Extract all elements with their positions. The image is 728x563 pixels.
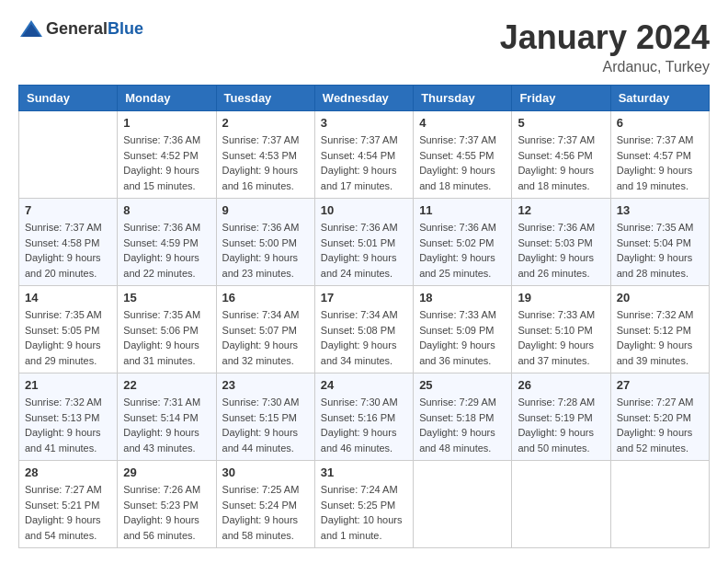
calendar-cell: 26Sunrise: 7:28 AMSunset: 5:19 PMDayligh…: [512, 373, 610, 461]
day-info: Sunrise: 7:30 AMSunset: 5:15 PMDaylight:…: [222, 395, 309, 455]
calendar-week-row: 14Sunrise: 7:35 AMSunset: 5:05 PMDayligh…: [19, 286, 710, 373]
weekday-header-cell: Sunday: [19, 86, 118, 111]
day-info: Sunrise: 7:35 AMSunset: 5:04 PMDaylight:…: [617, 220, 703, 281]
weekday-header-cell: Saturday: [610, 86, 709, 111]
day-info: Sunrise: 7:32 AMSunset: 5:13 PMDaylight:…: [25, 395, 111, 455]
calendar-cell: 1Sunrise: 7:36 AMSunset: 4:52 PMDaylight…: [118, 111, 216, 199]
calendar-cell: 8Sunrise: 7:36 AMSunset: 4:59 PMDaylight…: [118, 199, 216, 286]
day-number: 29: [123, 465, 210, 479]
day-info: Sunrise: 7:37 AMSunset: 4:54 PMDaylight:…: [321, 132, 407, 193]
calendar-cell: 6Sunrise: 7:37 AMSunset: 4:57 PMDaylight…: [610, 111, 709, 199]
day-number: 7: [25, 203, 111, 217]
calendar-cell: [414, 461, 512, 548]
day-info: Sunrise: 7:33 AMSunset: 5:09 PMDaylight:…: [419, 307, 506, 368]
day-info: Sunrise: 7:27 AMSunset: 5:20 PMDaylight:…: [617, 395, 703, 455]
logo-text-blue: Blue: [108, 19, 143, 38]
day-number: 11: [419, 203, 506, 217]
day-number: 26: [518, 378, 604, 392]
calendar-cell: 31Sunrise: 7:24 AMSunset: 5:25 PMDayligh…: [314, 461, 413, 548]
day-number: 31: [321, 465, 407, 479]
calendar-cell: 11Sunrise: 7:36 AMSunset: 5:02 PMDayligh…: [414, 199, 512, 286]
day-info: Sunrise: 7:36 AMSunset: 4:52 PMDaylight:…: [123, 132, 210, 193]
logo: GeneralBlue: [18, 18, 143, 39]
calendar-cell: 24Sunrise: 7:30 AMSunset: 5:16 PMDayligh…: [314, 373, 413, 461]
day-info: Sunrise: 7:28 AMSunset: 5:19 PMDaylight:…: [518, 395, 604, 455]
day-number: 5: [518, 116, 604, 130]
day-number: 21: [25, 378, 111, 392]
day-info: Sunrise: 7:25 AMSunset: 5:24 PMDaylight:…: [222, 482, 309, 543]
day-info: Sunrise: 7:36 AMSunset: 5:02 PMDaylight:…: [419, 220, 506, 281]
weekday-header-row: SundayMondayTuesdayWednesdayThursdayFrid…: [19, 86, 710, 111]
calendar-cell: 4Sunrise: 7:37 AMSunset: 4:55 PMDaylight…: [414, 111, 512, 199]
day-number: 16: [222, 291, 309, 304]
weekday-header-cell: Friday: [512, 86, 610, 111]
day-info: Sunrise: 7:37 AMSunset: 4:55 PMDaylight:…: [419, 132, 506, 193]
day-number: 17: [321, 291, 407, 304]
day-info: Sunrise: 7:24 AMSunset: 5:25 PMDaylight:…: [321, 482, 407, 543]
calendar-cell: 28Sunrise: 7:27 AMSunset: 5:21 PMDayligh…: [19, 461, 118, 548]
day-info: Sunrise: 7:36 AMSunset: 5:03 PMDaylight:…: [518, 220, 604, 281]
weekday-header-cell: Monday: [118, 86, 216, 111]
day-number: 27: [617, 378, 703, 392]
calendar-cell: [19, 111, 118, 199]
day-info: Sunrise: 7:29 AMSunset: 5:18 PMDaylight:…: [419, 395, 506, 455]
calendar-cell: 23Sunrise: 7:30 AMSunset: 5:15 PMDayligh…: [216, 373, 314, 461]
calendar-cell: 15Sunrise: 7:35 AMSunset: 5:06 PMDayligh…: [118, 286, 216, 373]
calendar-cell: 29Sunrise: 7:26 AMSunset: 5:23 PMDayligh…: [118, 461, 216, 548]
day-number: 28: [25, 465, 111, 479]
day-info: Sunrise: 7:37 AMSunset: 4:57 PMDaylight:…: [617, 132, 703, 193]
calendar-cell: 10Sunrise: 7:36 AMSunset: 5:01 PMDayligh…: [314, 199, 413, 286]
day-number: 25: [419, 378, 506, 392]
calendar-cell: 9Sunrise: 7:36 AMSunset: 5:00 PMDaylight…: [216, 199, 314, 286]
calendar-cell: 18Sunrise: 7:33 AMSunset: 5:09 PMDayligh…: [414, 286, 512, 373]
day-info: Sunrise: 7:30 AMSunset: 5:16 PMDaylight:…: [321, 395, 407, 455]
day-number: 6: [617, 116, 703, 130]
day-number: 18: [419, 291, 506, 304]
day-info: Sunrise: 7:35 AMSunset: 5:06 PMDaylight:…: [123, 307, 210, 368]
calendar-cell: 2Sunrise: 7:37 AMSunset: 4:53 PMDaylight…: [216, 111, 314, 199]
day-number: 2: [222, 116, 309, 130]
day-info: Sunrise: 7:31 AMSunset: 5:14 PMDaylight:…: [123, 395, 210, 455]
day-number: 24: [321, 378, 407, 392]
day-number: 9: [222, 203, 309, 217]
day-number: 13: [617, 203, 703, 217]
day-number: 15: [123, 291, 210, 304]
day-number: 30: [222, 465, 309, 479]
day-number: 22: [123, 378, 210, 392]
day-info: Sunrise: 7:34 AMSunset: 5:08 PMDaylight:…: [321, 307, 407, 368]
day-number: 14: [25, 291, 111, 304]
weekday-header-cell: Wednesday: [314, 86, 413, 111]
day-info: Sunrise: 7:34 AMSunset: 5:07 PMDaylight:…: [222, 307, 309, 368]
calendar-cell: 13Sunrise: 7:35 AMSunset: 5:04 PMDayligh…: [610, 199, 709, 286]
day-info: Sunrise: 7:37 AMSunset: 4:58 PMDaylight:…: [25, 220, 111, 281]
day-number: 8: [123, 203, 210, 217]
month-title: January 2024: [500, 18, 710, 57]
page-header: GeneralBlue January 2024 Ardanuc, Turkey: [18, 18, 710, 75]
calendar-cell: [610, 461, 709, 548]
calendar-cell: 5Sunrise: 7:37 AMSunset: 4:56 PMDaylight…: [512, 111, 610, 199]
logo-icon: [18, 18, 44, 39]
day-number: 4: [419, 116, 506, 130]
day-number: 10: [321, 203, 407, 217]
day-number: 23: [222, 378, 309, 392]
calendar-cell: 27Sunrise: 7:27 AMSunset: 5:20 PMDayligh…: [610, 373, 709, 461]
calendar-week-row: 21Sunrise: 7:32 AMSunset: 5:13 PMDayligh…: [19, 373, 710, 461]
calendar-cell: [512, 461, 610, 548]
calendar-cell: 22Sunrise: 7:31 AMSunset: 5:14 PMDayligh…: [118, 373, 216, 461]
calendar-cell: 7Sunrise: 7:37 AMSunset: 4:58 PMDaylight…: [19, 199, 118, 286]
calendar-cell: 16Sunrise: 7:34 AMSunset: 5:07 PMDayligh…: [216, 286, 314, 373]
day-info: Sunrise: 7:36 AMSunset: 5:01 PMDaylight:…: [321, 220, 407, 281]
calendar-cell: 21Sunrise: 7:32 AMSunset: 5:13 PMDayligh…: [19, 373, 118, 461]
day-info: Sunrise: 7:32 AMSunset: 5:12 PMDaylight:…: [617, 307, 703, 368]
day-number: 12: [518, 203, 604, 217]
day-info: Sunrise: 7:37 AMSunset: 4:53 PMDaylight:…: [222, 132, 309, 193]
calendar-cell: 17Sunrise: 7:34 AMSunset: 5:08 PMDayligh…: [314, 286, 413, 373]
calendar-cell: 20Sunrise: 7:32 AMSunset: 5:12 PMDayligh…: [610, 286, 709, 373]
day-info: Sunrise: 7:26 AMSunset: 5:23 PMDaylight:…: [123, 482, 210, 543]
day-info: Sunrise: 7:36 AMSunset: 5:00 PMDaylight:…: [222, 220, 309, 281]
day-number: 1: [123, 116, 210, 130]
calendar-cell: 3Sunrise: 7:37 AMSunset: 4:54 PMDaylight…: [314, 111, 413, 199]
day-info: Sunrise: 7:37 AMSunset: 4:56 PMDaylight:…: [518, 132, 604, 193]
day-info: Sunrise: 7:35 AMSunset: 5:05 PMDaylight:…: [25, 307, 111, 368]
calendar-cell: 25Sunrise: 7:29 AMSunset: 5:18 PMDayligh…: [414, 373, 512, 461]
